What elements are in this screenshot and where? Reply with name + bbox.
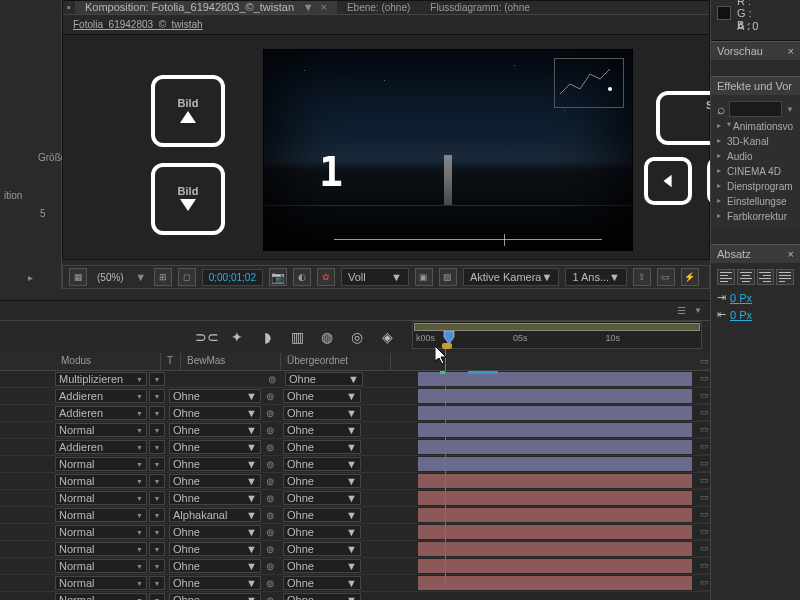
panel-menu-icon[interactable]: ☰ [677, 305, 686, 316]
align-left-button[interactable] [717, 269, 735, 285]
effects-search-input[interactable] [729, 101, 782, 117]
trackmat-toggle[interactable]: ▼ [149, 440, 165, 454]
justify-last-left-button[interactable] [776, 269, 794, 285]
col-parent[interactable]: Übergeordnet [281, 353, 391, 370]
trackmat-toggle[interactable]: ▼ [149, 542, 165, 556]
lock-icon[interactable]: ▪ [63, 1, 75, 14]
pickwhip-icon[interactable]: ⊚ [263, 474, 277, 488]
safe-zones-button[interactable]: ◻ [178, 268, 196, 286]
parent-select[interactable]: Ohne▼ [283, 525, 361, 539]
pickwhip-icon[interactable]: ⊚ [263, 406, 277, 420]
trackmat-toggle[interactable]: ▼ [149, 593, 165, 600]
tree-item[interactable]: Audio [715, 149, 796, 164]
current-time-indicator[interactable] [445, 349, 446, 589]
layer-row[interactable]: Multiplizieren▼▼⊚Ohne▼ [0, 371, 710, 388]
layer-row[interactable]: Addieren▼▼Ohne▼⊚Ohne▼ [0, 388, 710, 405]
layer-switch[interactable]: ▭ [698, 472, 710, 489]
tool-mask-icon[interactable]: ◗ [258, 328, 276, 346]
layer-switch[interactable]: ▭ [698, 489, 710, 506]
tree-item[interactable]: 3D-Kanal [715, 134, 796, 149]
trackmat-toggle[interactable]: ▼ [149, 576, 165, 590]
blend-mode-select[interactable]: Normal▼ [55, 576, 147, 590]
pickwhip-icon[interactable]: ⊚ [263, 457, 277, 471]
blend-mode-select[interactable]: Normal▼ [55, 593, 147, 600]
tree-item[interactable]: CINEMA 4D [715, 164, 796, 179]
pickwhip-icon[interactable]: ⊚ [263, 440, 277, 454]
layer-switch[interactable]: ▭ [698, 557, 710, 574]
dropdown-icon[interactable]: ▼ [303, 1, 314, 13]
parent-select[interactable]: Ohne▼ [283, 474, 361, 488]
preview-panel-tab[interactable]: Vorschau× [711, 41, 800, 60]
trackmat-select[interactable]: Ohne▼ [169, 491, 261, 505]
close-icon[interactable]: × [788, 45, 794, 57]
layer-row[interactable]: Normal▼▼Alphakanal▼⊚Ohne▼ [0, 507, 710, 524]
parent-select[interactable]: Ohne▼ [283, 593, 361, 600]
pickwhip-icon[interactable]: ⊚ [263, 389, 277, 403]
layer-switch[interactable]: ▭ [698, 455, 710, 472]
tool-sparkle-icon[interactable]: ✦ [228, 328, 246, 346]
zoom-dropdown[interactable]: ▼ [134, 270, 148, 284]
align-center-button[interactable] [737, 269, 755, 285]
pickwhip-icon[interactable]: ⊚ [263, 559, 277, 573]
blend-mode-select[interactable]: Addieren▼ [55, 440, 147, 454]
layer-switch[interactable]: ▭ [698, 370, 710, 387]
tree-item[interactable]: Dienstprogram [715, 179, 796, 194]
parent-select[interactable]: Ohne▼ [283, 457, 361, 471]
fast-preview-button[interactable]: ⚡ [681, 268, 699, 286]
pickwhip-icon[interactable]: ⊚ [263, 423, 277, 437]
layer-row[interactable]: Normal▼▼Ohne▼⊚Ohne▼ [0, 490, 710, 507]
pickwhip-icon[interactable]: ⊚ [263, 593, 277, 600]
tree-item[interactable]: Einstellungse [715, 194, 796, 209]
work-area-bar[interactable] [414, 323, 700, 331]
blend-mode-select[interactable]: Normal▼ [55, 559, 147, 573]
grid-button[interactable]: ▦ [69, 268, 87, 286]
blend-mode-select[interactable]: Normal▼ [55, 508, 147, 522]
dropdown-icon[interactable]: ▼ [694, 306, 702, 315]
trackmat-select[interactable]: Ohne▼ [169, 423, 261, 437]
parent-select[interactable]: Ohne▼ [283, 559, 361, 573]
expand-icon[interactable]: ▸ [28, 272, 33, 283]
trackmat-select[interactable]: Ohne▼ [169, 559, 261, 573]
indent-left-value[interactable]: 0 Px [730, 292, 752, 304]
time-ruler[interactable]: k00s 05s 10s [412, 321, 702, 349]
trackmat-select[interactable]: Ohne▼ [169, 474, 261, 488]
col-trackmat-t[interactable]: T [161, 353, 181, 370]
layer-row[interactable]: Addieren▼▼Ohne▼⊚Ohne▼ [0, 405, 710, 422]
trackmat-select[interactable]: Ohne▼ [169, 389, 261, 403]
composition-breadcrumb[interactable]: Fotolia_61942803_©_twistah [63, 15, 709, 35]
trackmat-select[interactable]: Ohne▼ [169, 440, 261, 454]
layer-switch[interactable]: ▭ [698, 404, 710, 421]
trackmat-select[interactable]: Ohne▼ [169, 593, 261, 600]
pickwhip-icon[interactable]: ⊚ [263, 508, 277, 522]
snapshot-button[interactable]: 📷 [269, 268, 287, 286]
timecode-field[interactable]: 0;00;01;02 [202, 269, 263, 286]
pixel-aspect-button[interactable]: ▭ [657, 268, 675, 286]
trackmat-toggle[interactable]: ▼ [149, 559, 165, 573]
tree-item[interactable]: * Animationsvo [715, 119, 796, 134]
parent-select[interactable]: Ohne▼ [283, 576, 361, 590]
tab-composition[interactable]: Komposition: Fotolia_61942803_©_twistan … [75, 1, 337, 14]
views-select[interactable]: 1 Ans...▼ [565, 268, 627, 286]
layer-row[interactable]: Normal▼▼Ohne▼⊚Ohne▼ [0, 575, 710, 592]
align-right-button[interactable] [757, 269, 775, 285]
layer-switch[interactable]: ▭ [698, 353, 710, 370]
close-icon[interactable]: × [320, 1, 326, 13]
layer-switch[interactable]: ▭ [698, 421, 710, 438]
pickwhip-icon[interactable]: ⊚ [263, 542, 277, 556]
trackmat-toggle[interactable]: ▼ [149, 508, 165, 522]
blend-mode-select[interactable]: Normal▼ [55, 525, 147, 539]
close-icon[interactable]: × [788, 248, 794, 260]
blend-mode-select[interactable]: Addieren▼ [55, 389, 147, 403]
trackmat-toggle[interactable]: ▼ [149, 372, 165, 386]
layer-row[interactable]: Normal▼▼Ohne▼⊚Ohne▼ [0, 473, 710, 490]
roi-button[interactable]: ▣ [415, 268, 433, 286]
layer-row[interactable]: Normal▼▼Ohne▼⊚Ohne▼ [0, 558, 710, 575]
parent-select[interactable]: Ohne▼ [283, 508, 361, 522]
absatz-panel-tab[interactable]: Absatz× [711, 244, 800, 263]
blend-mode-select[interactable]: Normal▼ [55, 542, 147, 556]
layer-row[interactable]: Normal▼▼Ohne▼⊚Ohne▼ [0, 524, 710, 541]
effects-panel-tab[interactable]: Effekte und Vor [711, 76, 800, 95]
trackmat-select[interactable]: Ohne▼ [169, 406, 261, 420]
parent-select[interactable]: Ohne▼ [283, 542, 361, 556]
trackmat-select[interactable]: Ohne▼ [169, 457, 261, 471]
